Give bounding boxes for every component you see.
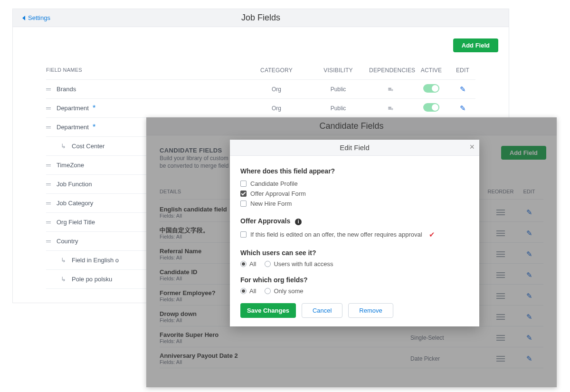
required-star-icon: * — [93, 104, 95, 113]
drag-handle-icon[interactable] — [46, 202, 51, 204]
chevron-left-icon — [22, 16, 25, 20]
drag-handle-icon[interactable] — [46, 126, 51, 128]
active-toggle[interactable] — [423, 84, 439, 93]
edit-icon[interactable]: ✎ — [460, 104, 466, 112]
field-name-label: Cost Center — [72, 143, 104, 150]
list-item: Anniversary Payout Date 2Fields: AllDate… — [160, 347, 543, 368]
edit-icon[interactable]: ✎ — [526, 271, 532, 279]
required-star-icon: * — [93, 123, 95, 132]
col-category: CATEGORY — [246, 67, 307, 74]
col-reorder: REORDER — [486, 189, 515, 194]
checkbox-approval[interactable] — [240, 231, 247, 238]
add-field-button[interactable]: Add Field — [453, 38, 498, 52]
col-cf-edit: EDIT — [515, 189, 543, 194]
dependencies-icon[interactable]: ≡₊ — [388, 86, 393, 93]
edit-icon[interactable]: ✎ — [526, 229, 532, 237]
col-edit: EDIT — [451, 67, 475, 74]
edit-icon[interactable]: ✎ — [526, 334, 532, 342]
radio-all-org[interactable]: All — [240, 287, 256, 295]
appearance-option[interactable]: New Hire Form — [240, 199, 469, 209]
drag-handle-icon[interactable] — [46, 164, 51, 166]
field-name-label: Job Function — [57, 181, 92, 188]
table-header: FIELD NAMES CATEGORY VISIBILITY DEPENDEN… — [46, 67, 475, 80]
edit-icon[interactable]: ✎ — [526, 292, 532, 300]
info-icon[interactable]: i — [295, 219, 302, 225]
edit-field-modal: Edit Field × Where does this field appea… — [230, 140, 479, 326]
reorder-handle-icon[interactable] — [486, 335, 515, 341]
edit-icon[interactable]: ✎ — [526, 354, 532, 363]
radio-some-org[interactable]: Only some — [265, 287, 303, 295]
table-row: Department *OrgPublic≡₊✎ — [46, 99, 475, 118]
edit-icon[interactable]: ✎ — [460, 85, 466, 93]
question-offer-approvals: Offer Approvals i — [240, 217, 469, 225]
col-active: ACTIVE — [412, 67, 451, 74]
candidate-field-name: Favorite Super Hero — [160, 331, 410, 339]
col-visibility: VISIBILITY — [307, 67, 369, 74]
appearance-option[interactable]: Candidate Profile — [240, 179, 469, 189]
reorder-handle-icon[interactable] — [486, 293, 515, 299]
appearance-option-label: Offer Approval Form — [250, 190, 306, 197]
dependencies-icon[interactable]: ≡₊ — [388, 105, 393, 112]
drag-handle-icon[interactable] — [46, 221, 51, 223]
checkbox[interactable] — [240, 191, 247, 197]
field-name-label: TimeZone — [57, 162, 84, 169]
settings-label: Settings — [28, 14, 50, 21]
col-field-names: FIELD NAMES — [46, 67, 246, 74]
child-arrow-icon: ↳ — [60, 143, 66, 150]
reorder-handle-icon[interactable] — [486, 251, 515, 257]
question-visibility: Which users can see it? — [240, 249, 469, 257]
checkbox[interactable] — [240, 201, 247, 207]
modal-header: Edit Field × — [230, 140, 479, 156]
drag-handle-icon[interactable] — [46, 107, 51, 109]
approval-label: If this field is edited on an offer, the… — [250, 231, 422, 238]
reorder-handle-icon[interactable] — [486, 210, 515, 215]
candidate-fields-title: Candidate Fields — [146, 117, 557, 135]
reorder-handle-icon[interactable] — [486, 356, 515, 362]
edit-icon[interactable]: ✎ — [526, 313, 532, 321]
field-name-label: Department — [57, 124, 89, 131]
required-icon: ✔ — [429, 230, 435, 239]
job-fields-header: Settings Job Fields — [13, 9, 509, 27]
field-name-label: Country — [57, 238, 78, 245]
cancel-button[interactable]: Cancel — [302, 303, 342, 318]
field-name-label: Pole po polsku — [72, 276, 112, 283]
candidate-field-name: Anniversary Payout Date 2 — [160, 352, 410, 360]
edit-icon[interactable]: ✎ — [526, 208, 532, 216]
candidate-add-field-button[interactable]: Add Field — [501, 146, 546, 160]
page-title: Job Fields — [13, 13, 509, 23]
appearance-option[interactable]: Offer Approval Form — [240, 189, 469, 199]
candidate-field-scope: Fields: All — [160, 338, 410, 344]
appearance-option-label: Candidate Profile — [250, 180, 298, 187]
modal-title: Edit Field — [340, 143, 370, 152]
child-arrow-icon: ↳ — [60, 276, 66, 283]
question-org-fields: For which org fields? — [240, 276, 469, 284]
close-icon[interactable]: × — [469, 143, 475, 151]
radio-all-users[interactable]: All — [240, 260, 256, 268]
field-name-label: Department — [57, 105, 89, 112]
save-button[interactable]: Save Changes — [240, 303, 296, 318]
remove-button[interactable]: Remove — [348, 303, 393, 318]
field-name-label: Brands — [57, 86, 76, 93]
field-name-label: Job Category — [57, 200, 93, 207]
edit-icon[interactable]: ✎ — [526, 250, 532, 258]
approval-checkbox-row[interactable]: If this field is edited on an offer, the… — [240, 229, 469, 240]
drag-handle-icon[interactable] — [46, 88, 51, 90]
child-arrow-icon: ↳ — [60, 257, 66, 264]
checkbox[interactable] — [240, 181, 247, 187]
drag-handle-icon[interactable] — [46, 183, 51, 185]
reorder-handle-icon[interactable] — [486, 230, 515, 236]
candidate-field-scope: Fields: All — [160, 359, 410, 365]
candidate-field-type: Date Picker — [410, 355, 486, 362]
radio-full-access[interactable]: Users with full access — [265, 260, 333, 268]
question-appearance: Where does this field appear? — [240, 167, 469, 175]
active-toggle[interactable] — [423, 103, 439, 112]
reorder-handle-icon[interactable] — [486, 314, 515, 320]
reorder-handle-icon[interactable] — [486, 272, 515, 278]
appearance-option-label: New Hire Form — [250, 200, 292, 207]
drag-handle-icon[interactable] — [46, 240, 51, 242]
field-name-label: Field in English o — [72, 257, 119, 264]
col-dependencies: DEPENDENCIES — [369, 67, 412, 74]
list-item: Favorite Super HeroFields: AllSingle-Sel… — [160, 326, 543, 347]
back-to-settings-link[interactable]: Settings — [22, 14, 50, 21]
candidate-field-type: Single-Select — [410, 335, 486, 341]
